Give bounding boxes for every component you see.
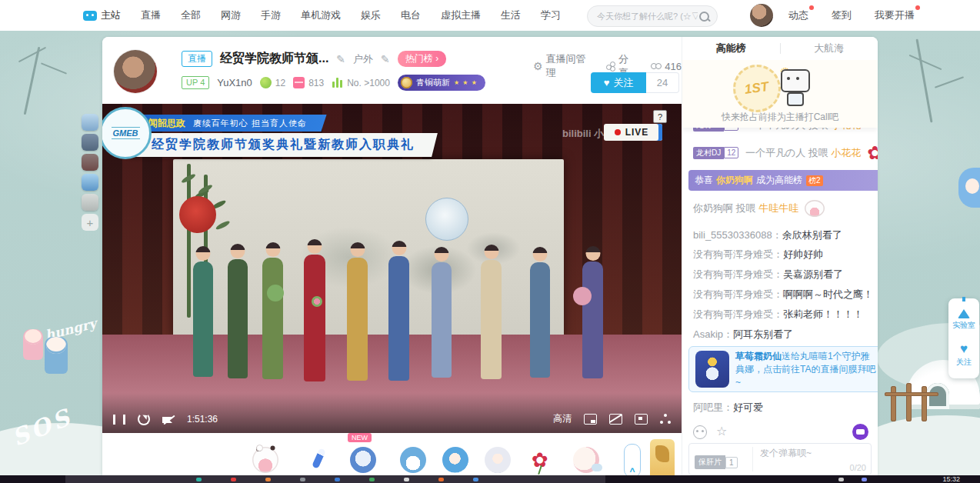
- nav-brand[interactable]: 主站: [83, 8, 121, 22]
- peeking-character: [958, 168, 980, 208]
- refresh-button[interactable]: [138, 413, 150, 425]
- taskbar-clock[interactable]: 15:32: [942, 475, 960, 483]
- nav-link-mobilegame[interactable]: 手游: [261, 8, 281, 22]
- guard-gift-notice[interactable]: 草莓霜奶仙送给丸嘻嘻1个守护雅典娜，点击前往TA的直播间膜拜吧~: [688, 346, 878, 392]
- taskbar-app-icon[interactable]: [231, 478, 236, 481]
- fan-medal-pill[interactable]: 青铜萌新 ★ ★ ★: [398, 75, 485, 91]
- muted-volume-button[interactable]: [162, 415, 175, 425]
- search-box[interactable]: [587, 5, 718, 27]
- tab-rank[interactable]: 高能榜: [682, 42, 780, 55]
- user-avatar[interactable]: [750, 4, 773, 27]
- streamer-avatar[interactable]: [114, 50, 157, 93]
- effects-button[interactable]: [660, 414, 671, 424]
- tray-icon[interactable]: [838, 478, 844, 481]
- sticker-thumb[interactable]: [82, 154, 98, 171]
- gift-sender[interactable]: 一个平凡の人: [745, 147, 805, 158]
- nav-link-vtuber[interactable]: 虚拟主播: [441, 8, 481, 22]
- taskbar-app-icon[interactable]: [369, 478, 375, 481]
- penguin-girl-emote[interactable]: [400, 447, 426, 473]
- streamer-name[interactable]: YuX1n0: [217, 77, 252, 88]
- search-input[interactable]: [595, 11, 699, 22]
- help-button[interactable]: ?: [653, 110, 667, 123]
- nav-link-pcgame[interactable]: 单机游戏: [301, 8, 341, 22]
- search-icon[interactable]: [699, 12, 709, 22]
- taskbar-app-icon[interactable]: [473, 478, 478, 481]
- room-manage-button[interactable]: ⚙ 直播间管理: [533, 52, 592, 80]
- pause-button[interactable]: [113, 415, 125, 425]
- hot-rank-badge[interactable]: 热门榜 ›: [398, 51, 446, 67]
- chat-text: 吴嘉源别看了: [783, 268, 843, 280]
- chat-message: 阿吧里：好可爱: [693, 401, 868, 415]
- taskbar-app-icon[interactable]: [265, 478, 271, 481]
- chat-user[interactable]: 没有狗哥浑身难受: [693, 248, 773, 260]
- follow-label: 关注: [613, 76, 633, 90]
- chat-user[interactable]: 没有狗哥浑身难受: [693, 268, 773, 280]
- chibi-character-blue: [45, 337, 68, 374]
- performer-figure: [582, 261, 603, 378]
- sticker-thumb[interactable]: [82, 194, 98, 211]
- heart-icon: ♥: [604, 77, 610, 88]
- congrats-user[interactable]: 你奶狗啊: [716, 174, 753, 187]
- nav-item-dynamic[interactable]: 动态: [788, 8, 808, 22]
- emoji-picker-icon[interactable]: [693, 425, 707, 439]
- taskbar-app-icon[interactable]: [335, 478, 340, 481]
- nav-link-study[interactable]: 学习: [541, 8, 561, 22]
- sticker-thumb[interactable]: [82, 174, 98, 191]
- windows-taskbar[interactable]: 15:32: [0, 475, 980, 483]
- medal-selector[interactable]: 保肝片 1: [695, 455, 738, 469]
- nav-link-radio[interactable]: 电台: [401, 8, 421, 22]
- taskbar-app-icon[interactable]: [196, 478, 202, 481]
- video-player[interactable]: GMEB 闻韶思政 赓续百年初心 担当育人使命 经贸学院教师节颁奖典礼暨新教师入…: [102, 104, 682, 433]
- fullscreen-button[interactable]: [635, 414, 648, 425]
- taskbar-app-icon[interactable]: [404, 478, 409, 481]
- cheer-girl-emote[interactable]: [442, 447, 468, 473]
- lab-button[interactable]: 实验室: [952, 309, 975, 331]
- glowstick-emote[interactable]: [306, 447, 332, 473]
- chat-user[interactable]: bili_55530336088: [693, 229, 772, 241]
- etiquette-badge-icon[interactable]: [852, 424, 868, 440]
- rank-number-badge: 榜2: [806, 175, 823, 186]
- danmaku-input[interactable]: [758, 447, 852, 459]
- cow-emote[interactable]: [252, 447, 278, 473]
- fairy-girl-emote[interactable]: [485, 447, 511, 473]
- rocket-emote[interactable]: [350, 447, 376, 473]
- live-room-card: 直播 经贸学院教师节颁... ✎ 户外 ✎ 热门榜 › ⚙ 直播间管理 分享: [102, 37, 877, 483]
- follow-button[interactable]: ♥ 关注: [591, 72, 646, 93]
- chat-toolbar: ☆: [682, 423, 878, 443]
- edit-title-icon[interactable]: ✎: [336, 53, 345, 65]
- taskbar-app-icon[interactable]: [300, 478, 305, 481]
- room-category[interactable]: 户外: [353, 52, 373, 66]
- danmaku-input-box[interactable]: 保肝片 1 0/20: [688, 443, 872, 475]
- edit-category-icon[interactable]: ✎: [381, 53, 390, 65]
- nav-link-all[interactable]: 全部: [181, 8, 201, 22]
- rose-emote[interactable]: ✿: [527, 447, 553, 473]
- tray-icon[interactable]: [862, 478, 867, 481]
- nav-link-netgame[interactable]: 网游: [221, 8, 241, 22]
- add-sticker-button[interactable]: +: [82, 214, 98, 231]
- taskbar-app-icon[interactable]: [438, 478, 444, 481]
- tab-fleet[interactable]: 大航海: [781, 42, 878, 55]
- gift-sender[interactable]: 你奶狗啊: [693, 202, 733, 214]
- paper-umbrella: [425, 198, 468, 241]
- sticker-thumb[interactable]: [82, 134, 98, 151]
- nav-item-checkin[interactable]: 签到: [832, 8, 852, 22]
- quality-button[interactable]: 高清: [553, 412, 572, 425]
- chat-user[interactable]: 阿吧里: [693, 401, 723, 413]
- nav-item-go-live[interactable]: 我要开播: [875, 8, 915, 22]
- side-follow-button[interactable]: ♥ 关注: [956, 342, 972, 368]
- chat-user[interactable]: 没有狗哥浑身难受: [693, 288, 773, 300]
- chat-user[interactable]: Asakip: [693, 328, 723, 340]
- danmaku-toggle-button[interactable]: [609, 414, 622, 425]
- nav-link-life[interactable]: 生活: [501, 8, 521, 22]
- rose-icon: ✿: [532, 448, 548, 472]
- danmaku-settings-icon[interactable]: ☆: [716, 424, 727, 438]
- nav-link-entertainment[interactable]: 娱乐: [361, 8, 381, 22]
- pip-button[interactable]: [584, 414, 597, 425]
- chat-user[interactable]: 没有狗哥浑身难受: [693, 308, 773, 320]
- sticker-thumb[interactable]: [82, 114, 98, 131]
- stage-ribbon-banner: 闻韶思政 赓续百年初心 担当育人使命: [133, 115, 326, 132]
- nav-link-live[interactable]: 直播: [141, 8, 161, 22]
- live-status-badge: 直播: [182, 51, 212, 67]
- collapse-emote-bar-button[interactable]: ^: [624, 444, 641, 478]
- hamster-emote[interactable]: [573, 447, 599, 473]
